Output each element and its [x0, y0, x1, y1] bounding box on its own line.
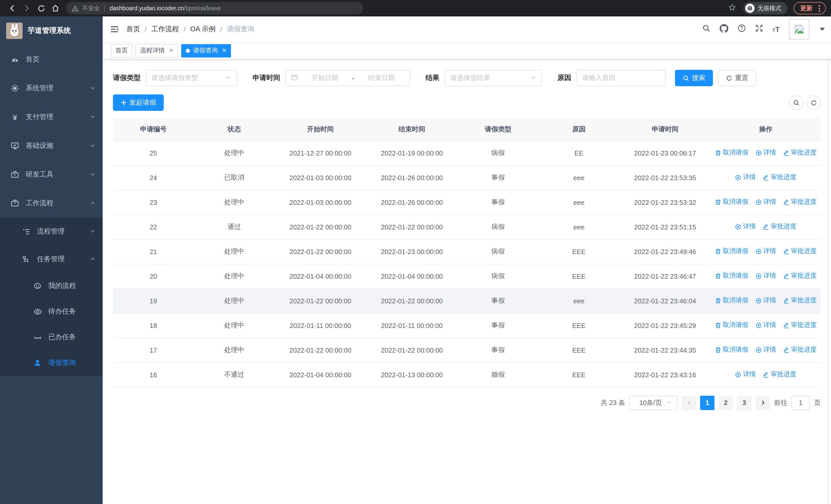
edit-icon	[783, 298, 790, 304]
leave-type-select[interactable]: 请选择请假类型	[146, 70, 237, 86]
search-button[interactable]: 搜索	[675, 70, 713, 86]
sidebar-item-home[interactable]: 首页	[0, 45, 103, 74]
page-size-select[interactable]: 10条/页	[629, 395, 678, 410]
view-icon	[755, 150, 762, 156]
approval-progress-link[interactable]: 审批进度	[783, 198, 816, 207]
apply-time-range-picker[interactable]: 开始日期 - 结束日期	[285, 70, 410, 86]
sidebar-item-leave-query[interactable]: 请假查询	[0, 350, 103, 376]
page-button-2[interactable]: 2	[719, 395, 733, 410]
reason-input[interactable]: 请输入原因	[576, 70, 666, 86]
chevron-down-icon	[666, 399, 672, 407]
approval-progress-link[interactable]: 审批进度	[763, 173, 796, 182]
tab-process-detail[interactable]: 流程详情 ✕	[136, 44, 178, 57]
avatar[interactable]	[789, 19, 809, 39]
detail-link[interactable]: 详情	[755, 321, 776, 330]
reload-icon[interactable]	[34, 2, 48, 15]
sidebar-item-my-process[interactable]: 我的流程	[0, 273, 103, 299]
end-date-input[interactable]: 结束日期	[358, 73, 404, 83]
sidebar-header[interactable]: 芋道管理系统	[0, 17, 103, 45]
cancel-leave-link[interactable]: 取消请假	[715, 296, 748, 305]
sidebar-item-system[interactable]: 系统管理	[0, 74, 103, 102]
app-logo	[6, 23, 23, 39]
home-icon[interactable]	[48, 2, 63, 15]
back-icon[interactable]	[5, 2, 20, 15]
browser-menu-icon[interactable]	[816, 5, 822, 11]
approval-progress-link[interactable]: 审批进度	[783, 149, 816, 157]
edit-icon	[763, 224, 769, 230]
view-icon	[755, 347, 762, 353]
create-leave-button[interactable]: 发起请假	[113, 94, 164, 111]
prev-page-button[interactable]	[682, 395, 696, 410]
detail-link[interactable]: 详情	[735, 370, 756, 379]
tab-home[interactable]: 首页	[111, 44, 133, 57]
approval-progress-link[interactable]: 审批进度	[763, 223, 796, 231]
edit-icon	[783, 273, 790, 279]
table-search-toggle-button[interactable]	[789, 95, 803, 110]
detail-link[interactable]: 详情	[735, 173, 756, 182]
page-button-1[interactable]: 1	[700, 395, 715, 410]
detail-link[interactable]: 详情	[755, 247, 776, 256]
breadcrumb-oa[interactable]: OA 示例	[190, 25, 216, 34]
view-icon	[735, 372, 741, 378]
approval-progress-link[interactable]: 审批进度	[783, 247, 816, 256]
fullscreen-icon[interactable]	[755, 24, 763, 34]
cancel-leave-link[interactable]: 取消请假	[715, 198, 748, 207]
forward-icon[interactable]	[20, 2, 34, 15]
search-icon[interactable]	[702, 24, 710, 34]
bookmark-star-icon[interactable]	[728, 3, 736, 13]
cancel-leave-link[interactable]: 取消请假	[715, 247, 748, 256]
update-button[interactable]: 更新	[794, 2, 826, 14]
view-icon	[755, 273, 762, 279]
sidebar-item-workflow[interactable]: 工作流程	[0, 189, 103, 217]
detail-link[interactable]: 详情	[755, 272, 776, 280]
detail-link[interactable]: 详情	[755, 296, 776, 305]
url-bar[interactable]: 不安全 dashboard.yudao.iocoder.cn/bpm/oa/le…	[66, 2, 364, 14]
table-refresh-button[interactable]	[806, 95, 821, 110]
close-icon[interactable]: ✕	[222, 47, 226, 54]
detail-link[interactable]: 详情	[735, 223, 756, 231]
scrollbar[interactable]	[827, 17, 831, 504]
start-date-input[interactable]: 开始日期	[302, 73, 348, 83]
chevron-down-icon	[225, 74, 231, 82]
breadcrumb-home[interactable]: 首页	[126, 25, 140, 34]
sidebar-item-task-mgmt[interactable]: 任务管理	[0, 245, 103, 273]
tab-leave-query[interactable]: 请假查询 ✕	[181, 44, 231, 57]
cancel-leave-link[interactable]: 取消请假	[715, 149, 748, 157]
page-button-3[interactable]: 3	[737, 395, 751, 410]
cancel-leave-link[interactable]: 取消请假	[715, 321, 748, 330]
briefcase-icon	[10, 199, 20, 207]
table-row: 16不通过2022-01-04 00:00:002022-01-13 00:00…	[113, 362, 821, 387]
sidebar-item-devtools[interactable]: 研发工具	[0, 160, 103, 189]
detail-link[interactable]: 详情	[755, 346, 776, 354]
detail-link[interactable]: 详情	[755, 198, 776, 207]
approval-progress-link[interactable]: 审批进度	[783, 296, 816, 305]
plus-icon	[121, 99, 127, 106]
eye-closed-icon	[33, 333, 42, 342]
goto-label: 前往	[774, 398, 787, 407]
sidebar-item-payment[interactable]: ¥ 支付管理	[0, 102, 103, 131]
cancel-leave-link[interactable]: 取消请假	[715, 346, 748, 354]
result-select[interactable]: 请选择流结果	[445, 70, 542, 86]
approval-progress-link[interactable]: 审批进度	[783, 346, 816, 354]
view-icon	[755, 248, 762, 255]
github-icon[interactable]	[720, 24, 728, 35]
sidebar-item-infra[interactable]: 基础设施	[0, 131, 103, 160]
sidebar-item-done-tasks[interactable]: 已办任务	[0, 324, 103, 350]
sidebar-item-todo-tasks[interactable]: 待办任务	[0, 299, 103, 324]
next-page-button[interactable]	[755, 395, 770, 410]
font-size-icon[interactable]: TT	[773, 25, 780, 34]
chevron-up-icon	[90, 199, 95, 207]
sidebar-item-process-mgmt[interactable]: 流程管理	[0, 217, 103, 245]
sidebar-fold-icon[interactable]	[110, 25, 119, 34]
close-icon[interactable]: ✕	[169, 47, 173, 54]
approval-progress-link[interactable]: 审批进度	[783, 272, 816, 280]
approval-progress-link[interactable]: 审批进度	[783, 321, 816, 330]
avatar-caret-icon[interactable]	[820, 28, 825, 31]
approval-progress-link[interactable]: 审批进度	[763, 370, 796, 379]
detail-link[interactable]: 详情	[755, 149, 776, 157]
breadcrumb-workflow[interactable]: 工作流程	[151, 25, 179, 34]
cancel-leave-link[interactable]: 取消请假	[715, 272, 748, 280]
goto-page-input[interactable]: 1	[792, 395, 810, 410]
reset-button[interactable]: 重置	[718, 70, 756, 86]
help-icon[interactable]	[738, 24, 746, 34]
